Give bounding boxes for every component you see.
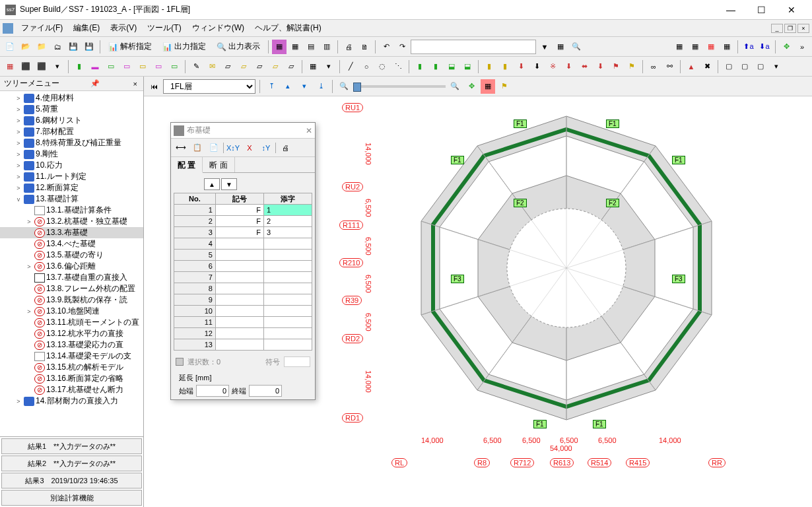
shp5[interactable]: ▱ xyxy=(268,59,283,74)
tb-icon-e[interactable]: ▦ xyxy=(553,40,568,54)
r8[interactable]: ⚑ xyxy=(625,59,639,74)
tree-node[interactable]: ⊘13.16.断面算定の省略 xyxy=(0,373,143,384)
ftb-print[interactable]: 🖨 xyxy=(278,141,292,154)
tree-node[interactable]: ⊘13.12.杭水平力の直接 xyxy=(0,328,143,339)
fit-icon[interactable]: ▦ xyxy=(481,79,495,94)
tree-node[interactable]: 13.14.基礎梁モデルの支 xyxy=(0,351,143,362)
new-icon[interactable]: 📄 xyxy=(3,40,17,54)
menu-file[interactable]: ファイル(F) xyxy=(16,20,68,36)
col-yel[interactable]: ▭ xyxy=(135,59,150,74)
end-input[interactable] xyxy=(249,385,282,397)
tool-2[interactable]: ⬛ xyxy=(18,59,33,74)
menu-view[interactable]: 表示(V) xyxy=(105,20,142,36)
tab-section[interactable]: 断 面 xyxy=(203,157,234,172)
tree-node[interactable]: 13.1.基礎計算条件 xyxy=(0,205,143,216)
sq1[interactable]: ▢ xyxy=(722,59,736,74)
nav-top-icon[interactable]: ⤒ xyxy=(264,79,279,94)
tree-node[interactable]: ⊘13.15.杭の解析モデル xyxy=(0,362,143,373)
maximize-button[interactable]: ☐ xyxy=(746,0,776,20)
grid1-icon[interactable]: ▦ xyxy=(672,40,687,54)
tree-node[interactable]: ⊘13.17.杭基礎せん断力 xyxy=(0,384,143,395)
tree-node[interactable]: >8.特殊荷重及び補正重量 xyxy=(0,137,143,149)
tool-4[interactable]: ▾ xyxy=(50,59,65,74)
tree-node[interactable]: >⊘13.2.杭基礎・独立基礎 xyxy=(0,216,143,227)
tree-node[interactable]: >7.部材配置 xyxy=(0,126,143,137)
tb-icon-a[interactable]: ▦ xyxy=(272,40,287,54)
dialog-header[interactable]: 布基礎 ✕ xyxy=(171,123,315,139)
tree-node[interactable]: >10.応力 xyxy=(0,160,143,171)
dialog-close-icon[interactable]: ✕ xyxy=(306,126,312,135)
col-green2[interactable]: ▭ xyxy=(104,59,118,74)
ftb-y[interactable]: ↕Y xyxy=(259,141,273,154)
shp3[interactable]: ▱ xyxy=(236,59,251,74)
mdi-minimize[interactable]: _ xyxy=(771,24,783,33)
r4[interactable]: ⬇ xyxy=(561,59,576,74)
menu-help[interactable]: ヘルプ、解説書(H) xyxy=(250,20,327,36)
redo-icon[interactable]: ↷ xyxy=(395,40,409,54)
nav-first-icon[interactable]: ⏮ xyxy=(147,79,161,94)
move-icon[interactable]: ✥ xyxy=(779,40,794,54)
tab-placement[interactable]: 配 置 xyxy=(171,157,203,173)
r5[interactable]: ⬌ xyxy=(577,59,592,74)
sq4[interactable]: ▾ xyxy=(769,59,784,74)
undo-icon[interactable]: ↶ xyxy=(379,40,393,54)
tree-node[interactable]: >9.剛性 xyxy=(0,149,143,160)
tree-node[interactable]: ⊘13.13.基礎梁応力の直 xyxy=(0,339,143,351)
circ2[interactable]: ◌ xyxy=(375,59,389,74)
ftb-1[interactable]: ⟷ xyxy=(174,141,188,154)
y2[interactable]: ▮ xyxy=(498,59,512,74)
sidebar-close-icon[interactable]: × xyxy=(131,80,139,88)
line-icon[interactable]: ╱ xyxy=(343,59,358,74)
r1[interactable]: ⬇ xyxy=(514,59,528,74)
y1[interactable]: ▮ xyxy=(482,59,496,74)
app-menu-icon[interactable] xyxy=(3,23,13,34)
tool-1[interactable]: ▦ xyxy=(3,59,17,74)
col-green[interactable]: ▮ xyxy=(72,59,86,74)
grid4-icon[interactable]: ▦ xyxy=(720,40,734,54)
open2-icon[interactable]: 📁 xyxy=(34,40,49,54)
env-icon[interactable]: ✉ xyxy=(205,59,219,74)
tree-node[interactable]: v13.基礎計算 xyxy=(0,193,143,205)
x-icon[interactable]: ✖ xyxy=(700,59,714,74)
tree-node[interactable]: >14.部材耐力の直接入力 xyxy=(0,395,143,407)
g4[interactable]: ⬓ xyxy=(460,59,475,74)
tree-node[interactable]: >⊘13.10.地盤関連 xyxy=(0,306,143,317)
tree-node[interactable]: >6.鋼材リスト xyxy=(0,115,143,126)
tool-3[interactable]: ⬛ xyxy=(34,59,49,74)
grid-icon[interactable]: ▦ xyxy=(306,59,320,74)
env2-icon[interactable]: ▱ xyxy=(220,59,235,74)
tree-node[interactable]: >4.使用材料 xyxy=(0,92,143,104)
g2[interactable]: ▮ xyxy=(428,59,443,74)
tree-node[interactable]: >5.荷重 xyxy=(0,104,143,115)
chain-icon[interactable]: ⚯ xyxy=(662,59,677,74)
search-input[interactable] xyxy=(411,40,536,54)
tree-node[interactable]: 13.7.基礎自重の直接入 xyxy=(0,272,143,283)
col-grn3[interactable]: ▭ xyxy=(167,59,182,74)
search-go-icon[interactable]: ▼ xyxy=(537,40,552,54)
result1-button[interactable]: 結果1 **入力データのみ** xyxy=(1,438,142,454)
tb-icon-b[interactable]: ▦ xyxy=(288,40,302,54)
save-icon[interactable]: 💾 xyxy=(66,40,81,54)
cir-icon[interactable]: ○ xyxy=(359,59,374,74)
output-view-button[interactable]: 🔍 出力表示 xyxy=(212,40,265,54)
menu-window[interactable]: ウィンドウ(W) xyxy=(187,20,250,36)
grid3-icon[interactable]: ▦ xyxy=(704,40,718,54)
pan-icon[interactable]: ✥ xyxy=(464,79,479,94)
nav-down-icon[interactable]: ▾ xyxy=(297,79,312,94)
tree-node[interactable]: >12.断面算定 xyxy=(0,182,143,193)
result3-button[interactable]: 結果3 2019/10/23 19:46:35 xyxy=(1,473,142,489)
result2-button[interactable]: 結果2 **入力データのみ** xyxy=(1,456,142,471)
output-spec-button[interactable]: 📊 出力指定 xyxy=(158,40,211,54)
sq3[interactable]: ▢ xyxy=(753,59,768,74)
menu-tool[interactable]: ツール(T) xyxy=(142,20,186,36)
strip-foundation-dialog[interactable]: 布基礎 ✕ ⟷ 📋 📄 X↕Y X ↕Y 🖨 配 置 断 面 ▲ ▼ No. 記… xyxy=(170,122,316,400)
extra-calc-button[interactable]: 別途計算機能 xyxy=(1,490,142,506)
tree-node[interactable]: >⊘13.6.偏心距離 xyxy=(0,261,143,272)
minimize-button[interactable]: ― xyxy=(716,0,746,20)
tree-view[interactable]: >4.使用材料>5.荷重>6.鋼材リスト>7.部材配置>8.特殊荷重及び補正重量… xyxy=(0,91,143,436)
ftb-2[interactable]: 📋 xyxy=(190,141,205,154)
tree-node[interactable]: ⊘13.11.杭頭モーメントの直 xyxy=(0,317,143,328)
g3[interactable]: ⬓ xyxy=(444,59,459,74)
ftb-xy[interactable]: X↕Y xyxy=(226,141,240,154)
zoom-in-icon[interactable]: 🔍 xyxy=(448,79,462,94)
